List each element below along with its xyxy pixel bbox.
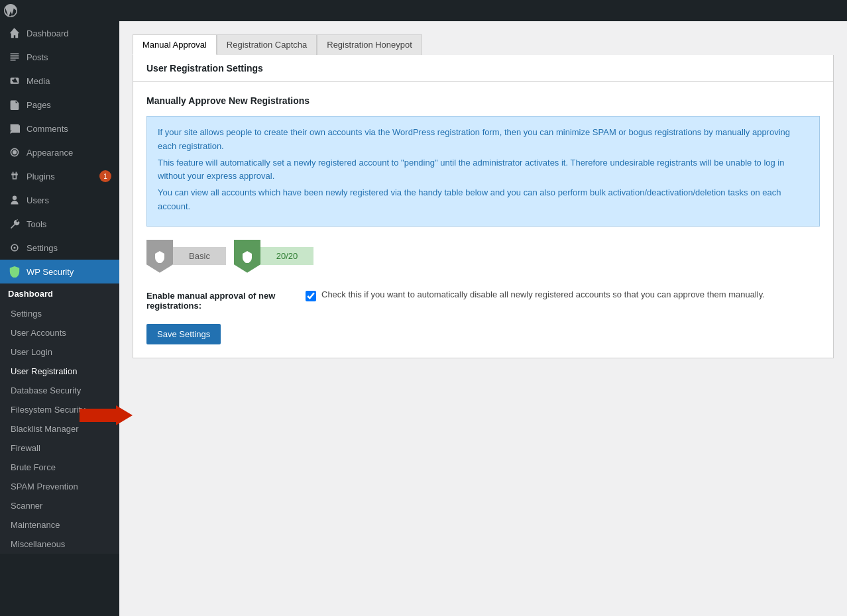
badge-score-label: 20/20	[260, 247, 313, 265]
appearance-icon	[8, 146, 21, 159]
sidebar-item-media-label: Media	[27, 76, 50, 86]
submenu-item-spam-prevention[interactable]: SPAM Prevention	[0, 477, 119, 496]
posts-icon	[8, 50, 21, 64]
sidebar-item-media[interactable]: Media	[0, 69, 119, 93]
sidebar-item-tools[interactable]: Tools	[0, 212, 119, 236]
main-content: Manual Approval Registration Captcha Reg…	[119, 21, 847, 616]
submenu-item-maintenance[interactable]: Maintenance	[0, 515, 119, 535]
enable-approval-checkbox[interactable]	[306, 291, 316, 301]
submenu-item-brute-force[interactable]: Brute Force	[0, 458, 119, 477]
badge-basic: Basic	[146, 240, 226, 273]
form-label-enable-approval: Enable manual approval of new registrati…	[146, 289, 292, 311]
badge-basic-label: Basic	[173, 247, 226, 265]
wp-logo	[0, 0, 21, 21]
submenu-item-settings[interactable]: Settings	[0, 304, 119, 323]
sidebar-item-dashboard[interactable]: Dashboard	[0, 21, 119, 45]
shield-icon	[8, 265, 21, 278]
users-icon	[8, 193, 21, 207]
sidebar-item-comments[interactable]: Comments	[0, 117, 119, 140]
wp-security-header[interactable]: WP Security	[0, 260, 119, 283]
sidebar-item-dashboard-label: Dashboard	[27, 28, 69, 38]
form-row-enable-approval: Enable manual approval of new registrati…	[146, 289, 820, 311]
enable-approval-label: Check this if you want to automatically …	[321, 289, 765, 299]
page-header-area: User Registration Settings	[133, 55, 834, 82]
admin-bar	[0, 0, 847, 21]
submenu-item-user-accounts[interactable]: User Accounts	[0, 323, 119, 342]
sidebar-item-settings-label: Settings	[27, 243, 58, 253]
sidebar-item-pages-label: Pages	[27, 100, 51, 110]
section-title: Manually Approve New Registrations	[146, 95, 820, 106]
plugins-badge: 1	[99, 170, 111, 182]
submenu-item-blacklist-manager[interactable]: Blacklist Manager	[0, 419, 119, 438]
sidebar-item-plugins[interactable]: Plugins 1	[0, 164, 119, 188]
submenu-item-miscellaneous[interactable]: Miscellaneous	[0, 535, 119, 554]
tab-registration-honeypot[interactable]: Registration Honeypot	[317, 34, 422, 55]
settings-icon	[8, 241, 21, 254]
badges-row: Basic 20/20	[146, 240, 820, 273]
submenu-heading: Dashboard	[0, 283, 119, 304]
submenu-item-scanner[interactable]: Scanner	[0, 496, 119, 515]
tab-bar: Manual Approval Registration Captcha Reg…	[133, 34, 834, 55]
sidebar-item-comments-label: Comments	[27, 124, 68, 134]
form-control-enable-approval: Check this if you want to automatically …	[306, 289, 765, 301]
submenu-item-database-security[interactable]: Database Security	[0, 381, 119, 400]
tools-icon	[8, 217, 21, 231]
media-icon	[8, 74, 21, 87]
info-line-2: This feature will automatically set a ne…	[158, 156, 809, 184]
submenu-item-firewall[interactable]: Firewall	[0, 438, 119, 458]
sidebar-item-posts-label: Posts	[27, 52, 48, 62]
badge-score-icon	[234, 240, 260, 273]
wp-security-label: WP Security	[27, 267, 74, 277]
page-title: User Registration Settings	[146, 63, 820, 74]
tab-registration-captcha[interactable]: Registration Captcha	[217, 34, 317, 55]
submenu-item-user-login[interactable]: User Login	[0, 342, 119, 362]
sidebar-item-tools-label: Tools	[27, 219, 46, 229]
info-line-3: You can view all accounts which have bee…	[158, 186, 809, 214]
badge-score: 20/20	[234, 240, 313, 273]
dashboard-icon	[8, 26, 21, 40]
comments-icon	[8, 122, 21, 135]
submenu: Dashboard Settings User Accounts User Lo…	[0, 283, 119, 554]
plugins-icon	[8, 170, 21, 183]
save-settings-button[interactable]: Save Settings	[146, 324, 221, 344]
pages-icon	[8, 98, 21, 111]
sidebar-item-appearance[interactable]: Appearance	[0, 140, 119, 164]
sidebar-item-settings[interactable]: Settings	[0, 236, 119, 260]
tab-manual-approval[interactable]: Manual Approval	[133, 34, 217, 55]
sidebar-item-pages[interactable]: Pages	[0, 93, 119, 117]
badge-basic-icon	[146, 240, 173, 273]
content-card: Manually Approve New Registrations If yo…	[133, 82, 834, 358]
sidebar-item-plugins-label: Plugins	[27, 172, 55, 181]
submenu-item-user-registration[interactable]: User Registration	[0, 362, 119, 381]
sidebar: Dashboard Posts Media Pages Comments App…	[0, 0, 119, 616]
sidebar-item-users[interactable]: Users	[0, 188, 119, 212]
info-box: If your site allows people to create the…	[146, 116, 820, 227]
sidebar-item-users-label: Users	[27, 195, 49, 205]
submenu-item-filesystem-security[interactable]: Filesystem Security	[0, 400, 119, 419]
sidebar-item-appearance-label: Appearance	[27, 148, 73, 158]
sidebar-item-posts[interactable]: Posts	[0, 45, 119, 69]
info-line-1: If your site allows people to create the…	[158, 126, 809, 154]
